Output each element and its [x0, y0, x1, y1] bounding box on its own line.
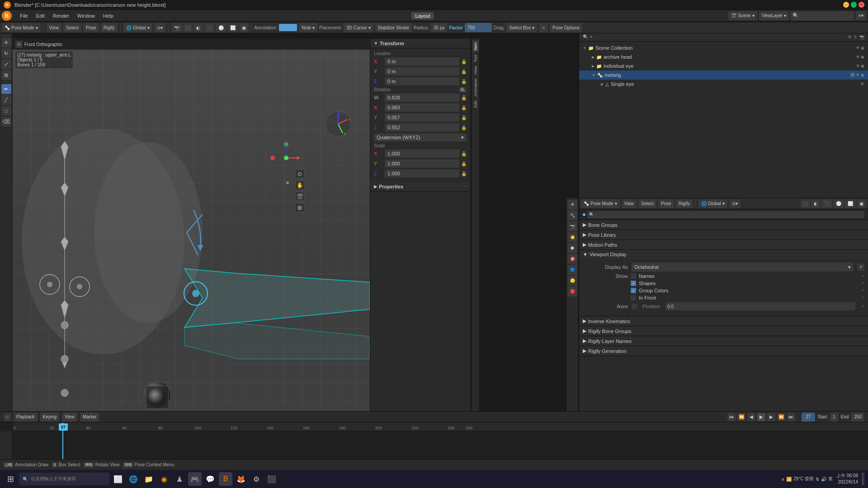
- rot-z-value[interactable]: 0.552: [385, 123, 459, 131]
- main-viewport[interactable]: ⊙ Front Orthographic (27) metarig : uppe…: [13, 39, 370, 462]
- placement-3dcursor[interactable]: 3D Cursor ▾: [344, 23, 373, 32]
- side-icon-9[interactable]: 🔴: [567, 286, 577, 296]
- pose-rigify-menu[interactable]: Rigify: [676, 199, 693, 208]
- viewport-shade-5[interactable]: ⬜: [227, 23, 238, 32]
- mr-mode-badge[interactable]: P: [850, 73, 855, 77]
- pose-menu[interactable]: Pose: [83, 23, 99, 32]
- pose-pivot[interactable]: ⊙▾: [729, 199, 741, 208]
- ah-sel-icon[interactable]: ◉: [861, 55, 864, 59]
- scale-tool[interactable]: ⤢: [1, 59, 11, 69]
- names-checkbox[interactable]: [631, 273, 636, 279]
- filter-button[interactable]: ≡▾: [856, 11, 866, 20]
- display-as-dropdown[interactable]: Octahedral ▾: [632, 263, 854, 272]
- tree-item-single-eye[interactable]: ▶ △ Single eye 👁: [579, 80, 868, 89]
- se-vis-icon[interactable]: 👁: [860, 82, 864, 86]
- rot-y-value[interactable]: 0.057: [385, 113, 459, 122]
- loc-y-lock[interactable]: 🔓: [461, 69, 467, 74]
- annotation-color[interactable]: [279, 24, 297, 31]
- timeline-playback-btn[interactable]: ⊙: [4, 413, 11, 421]
- ie-sel-icon[interactable]: ◉: [861, 64, 864, 68]
- factor-input[interactable]: 750: [465, 23, 492, 32]
- axes-checkbox[interactable]: [632, 304, 637, 309]
- task-view-button[interactable]: ⬜: [111, 472, 125, 486]
- scale-y-lock[interactable]: 🔓: [461, 161, 467, 166]
- show-desktop-btn[interactable]: [862, 473, 864, 485]
- tree-item-individual-eye[interactable]: ▶ 📁 individual eye 👁 ◉: [579, 61, 868, 70]
- mode-selector[interactable]: 🦴 Pose Mode ▾: [2, 23, 41, 32]
- prev-frame-btn[interactable]: ◀: [747, 413, 755, 421]
- menu-window[interactable]: Window: [74, 12, 99, 19]
- start-button[interactable]: ⊞: [4, 472, 17, 486]
- annotate-tool[interactable]: ✏: [1, 84, 11, 94]
- rigify-generation-header[interactable]: ▶ Rigify Generation: [579, 346, 868, 356]
- prev-keyframe-btn[interactable]: ⏪: [737, 413, 745, 421]
- end-frame-input[interactable]: 250: [851, 413, 864, 422]
- rigify-bone-groups-header[interactable]: ▶ Rigify Bone Groups: [579, 326, 868, 336]
- move-tool[interactable]: ✛: [1, 38, 11, 47]
- side-icon-5[interactable]: ⬟: [567, 243, 577, 253]
- skip-to-start-btn[interactable]: ⏮: [727, 413, 736, 421]
- viewport-shade-6[interactable]: ▣: [239, 23, 249, 32]
- outliner-filter-icon[interactable]: ≡: [590, 34, 593, 39]
- taskbar-chrome[interactable]: ◉: [157, 472, 171, 486]
- in-front-checkbox[interactable]: [631, 295, 636, 300]
- start-frame-input[interactable]: 1: [830, 413, 838, 422]
- n-tab-item[interactable]: Item: [472, 41, 479, 52]
- viewlayer-selector[interactable]: ViewLayer ▾: [759, 11, 789, 20]
- close-button[interactable]: ✕: [859, 2, 864, 8]
- loc-z-value[interactable]: 0 m: [385, 77, 459, 85]
- pose-search-input[interactable]: 🔍: [587, 211, 864, 218]
- display-as-extra-icon[interactable]: ↗: [857, 263, 864, 271]
- search-bar[interactable]: 🔍: [791, 11, 854, 20]
- mr-sel-icon[interactable]: ◉: [861, 73, 864, 77]
- rigify-layer-names-header[interactable]: ▶ Rigify Layer Names: [579, 336, 868, 346]
- rot-x-lock[interactable]: 🔓: [461, 105, 467, 110]
- current-frame-input[interactable]: 27: [802, 413, 815, 422]
- drag-x-btn[interactable]: ✕: [539, 23, 548, 32]
- annotation-note[interactable]: Note ▾: [299, 23, 317, 32]
- marker-menu[interactable]: Marker: [80, 413, 99, 422]
- tree-item-metarig[interactable]: ▼ 🦴 metarig P 👁 ◉: [579, 70, 868, 80]
- outliner-search-icon[interactable]: 🔍: [583, 34, 588, 39]
- drag-selector[interactable]: Select Box ▾: [506, 23, 537, 32]
- camera-icon-btn[interactable]: 📷: [171, 23, 182, 32]
- rot-w-lock[interactable]: 🔓: [461, 95, 467, 100]
- transform-section-header[interactable]: ▼ Transform: [370, 39, 470, 48]
- mr-vis-icon[interactable]: 👁: [856, 73, 860, 77]
- annotate-erase-tool[interactable]: ⌫: [1, 117, 11, 127]
- blender-menu-logo[interactable]: B: [2, 11, 12, 21]
- side-icon-7[interactable]: 🔵: [567, 265, 577, 275]
- pose-view-menu[interactable]: View: [622, 199, 637, 208]
- stabilize-stroke[interactable]: Stabilize Stroke: [375, 23, 412, 32]
- radius-input[interactable]: 35 px: [431, 23, 447, 32]
- taskbar-steam[interactable]: ♟: [173, 472, 186, 486]
- viewport-shade-3[interactable]: ⬛: [204, 23, 215, 32]
- keying-menu[interactable]: Keying: [40, 413, 60, 422]
- rotation-mode-dropdown[interactable]: Quaternion (WXYZ) ▾: [374, 133, 467, 141]
- scale-y-value[interactable]: 1.000: [385, 160, 459, 168]
- side-icon-2[interactable]: 🔧: [567, 211, 577, 221]
- side-icon-3[interactable]: 📷: [567, 221, 577, 231]
- scene-collection-root[interactable]: ▼ 📁 Scene Collection 👁 ◉: [579, 43, 868, 52]
- skip-to-end-btn[interactable]: ⏭: [787, 413, 795, 421]
- loc-z-lock[interactable]: 🔓: [461, 79, 467, 84]
- pose-library-header[interactable]: ▶ Pose Library: [579, 230, 868, 239]
- next-keyframe-btn[interactable]: ⏩: [777, 413, 785, 421]
- viewport-mode-btn[interactable]: ⊙: [15, 41, 23, 48]
- playback-menu[interactable]: Playback: [14, 413, 38, 422]
- pose-vp-3[interactable]: ⬛: [821, 199, 832, 208]
- pose-options[interactable]: Pose Options: [550, 23, 582, 32]
- viewport-shade-4[interactable]: ⚪: [216, 23, 226, 32]
- rot-w-value[interactable]: 0.828: [385, 94, 459, 102]
- scale-x-value[interactable]: 1.000: [385, 150, 459, 158]
- scale-x-lock[interactable]: 🔓: [461, 151, 467, 156]
- n-tab-edit[interactable]: Edit: [472, 99, 479, 110]
- view-menu[interactable]: View: [47, 23, 62, 32]
- sc-vis-icon[interactable]: 👁: [856, 46, 860, 50]
- scene-selector[interactable]: 🎬 Blender Scene ▾: [728, 11, 757, 20]
- menu-edit[interactable]: Edit: [33, 12, 48, 19]
- transform-tool[interactable]: ⊞: [1, 70, 11, 80]
- loc-y-value[interactable]: 0 m: [385, 67, 459, 75]
- rigify-menu[interactable]: Rigify: [101, 23, 118, 32]
- viewport-shade-1[interactable]: ⬚: [183, 23, 193, 32]
